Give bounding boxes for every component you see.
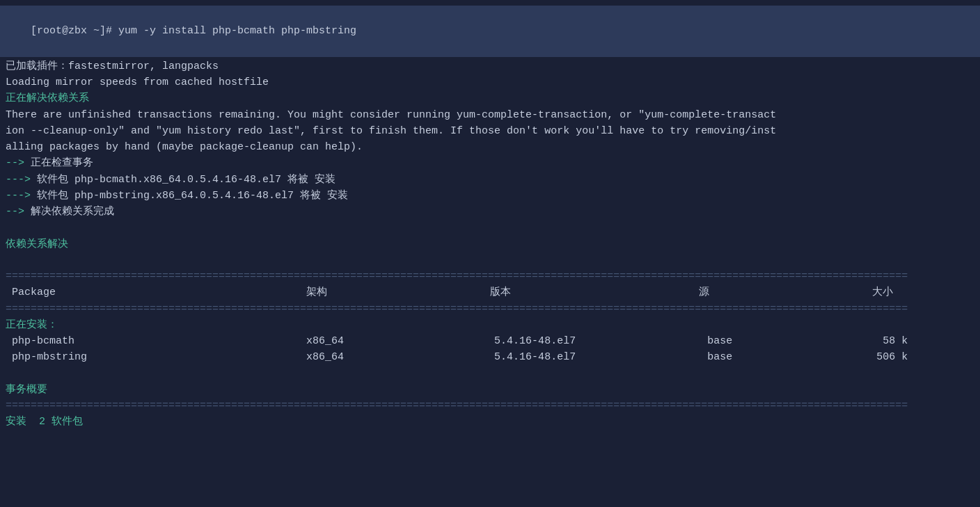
separator-1: ========================================… (0, 268, 980, 284)
output-line-1: 已加载插件：fastestmirror, langpacks (0, 58, 980, 74)
output-line-10: --> 解决依赖关系完成 (0, 204, 980, 220)
table-header-row: Package 架构 版本 源 大小 (0, 284, 980, 300)
installing-label: 正在安装： (0, 317, 980, 333)
output-line-5: ion --cleanup-only" and "yum history red… (0, 123, 980, 139)
install-count-line: 安装 2 软件包 (0, 414, 980, 430)
table-row-bcmath: php-bcmath x86_64 5.4.16-48.el7 base 58 … (0, 333, 980, 349)
terminal-window: [root@zbx ~]# yum -y install php-bcmath … (0, 0, 980, 507)
output-line-7: --> 正在检查事务 (0, 155, 980, 171)
empty-line-1 (0, 220, 980, 236)
output-line-2: Loading mirror speeds from cached hostfi… (0, 74, 980, 90)
command-text: yum -y install php-bcmath php-mbstring (118, 25, 356, 37)
prompt: [root@zbx ~]# (31, 25, 118, 37)
separator-2: ========================================… (0, 301, 980, 317)
separator-3: ========================================… (0, 398, 980, 414)
output-line-11: 依赖关系解决 (0, 236, 980, 252)
output-line-8: ---> 软件包 php-bcmath.x86_64.0.5.4.16-48.e… (0, 172, 980, 188)
table-row-mbstring: php-mbstring x86_64 5.4.16-48.el7 base 5… (0, 349, 980, 365)
command-line: [root@zbx ~]# yum -y install php-bcmath … (0, 6, 980, 57)
output-line-9: ---> 软件包 php-mbstring.x86_64.0.5.4.16-48… (0, 188, 980, 204)
output-line-3: 正在解决依赖关系 (0, 90, 980, 106)
empty-line-2 (0, 252, 980, 268)
empty-line-3 (0, 366, 980, 382)
transaction-summary-label: 事务概要 (0, 382, 980, 398)
output-line-6: alling packages by hand (maybe package-c… (0, 139, 980, 155)
output-line-4: There are unfinished transactions remain… (0, 107, 980, 123)
